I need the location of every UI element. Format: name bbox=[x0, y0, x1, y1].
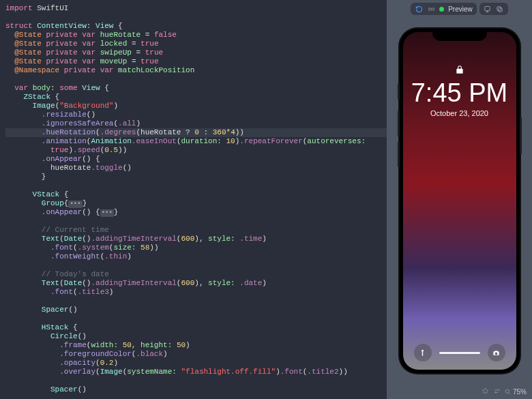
camera-button[interactable] bbox=[488, 344, 505, 361]
lock-icon bbox=[455, 63, 464, 77]
preview-label: Preview bbox=[448, 5, 473, 13]
lock-screen-time: 7:45 PM bbox=[411, 78, 508, 108]
zoom-control[interactable]: 75% bbox=[505, 388, 527, 396]
phone-volume-up bbox=[398, 110, 400, 136]
preview-footer: 75% bbox=[387, 384, 532, 399]
svg-point-6 bbox=[505, 389, 509, 393]
pin-icon[interactable] bbox=[482, 387, 489, 396]
code-editor[interactable]: import SwiftUI struct ContentView: View … bbox=[0, 0, 387, 399]
reload-icon[interactable] bbox=[415, 5, 423, 13]
settings-icon[interactable] bbox=[493, 387, 501, 396]
phone-screen[interactable]: 7:45 PM October 23, 2020 bbox=[403, 32, 516, 370]
device-icon[interactable] bbox=[484, 5, 492, 13]
svg-point-0 bbox=[430, 8, 432, 10]
zoom-value: 75% bbox=[513, 388, 527, 396]
preview-toolbar: Preview bbox=[387, 0, 532, 18]
svg-point-4 bbox=[498, 389, 499, 390]
fold-icon[interactable]: ••• bbox=[68, 201, 82, 208]
phone-mute-switch bbox=[398, 83, 400, 100]
flashlight-button[interactable] bbox=[414, 344, 432, 361]
svg-rect-1 bbox=[485, 6, 490, 10]
home-indicator[interactable] bbox=[439, 352, 480, 354]
lock-screen-date: October 23, 2020 bbox=[430, 109, 488, 117]
live-icon[interactable] bbox=[427, 5, 435, 13]
duplicate-icon[interactable] bbox=[496, 5, 504, 13]
phone-volume-down bbox=[398, 141, 400, 167]
device-frame: 7:45 PM October 23, 2020 bbox=[400, 29, 520, 373]
preview-pane: Preview 7:45 PM October 23, 2020 bbox=[387, 0, 532, 399]
svg-rect-3 bbox=[497, 6, 501, 10]
svg-rect-2 bbox=[499, 8, 503, 12]
code-content: import SwiftUI struct ContentView: View … bbox=[0, 0, 387, 399]
phone-notch bbox=[432, 29, 487, 41]
preview-status-dot bbox=[439, 7, 444, 12]
phone-side-button bbox=[520, 117, 522, 154]
fold-icon[interactable]: ••• bbox=[100, 209, 114, 217]
